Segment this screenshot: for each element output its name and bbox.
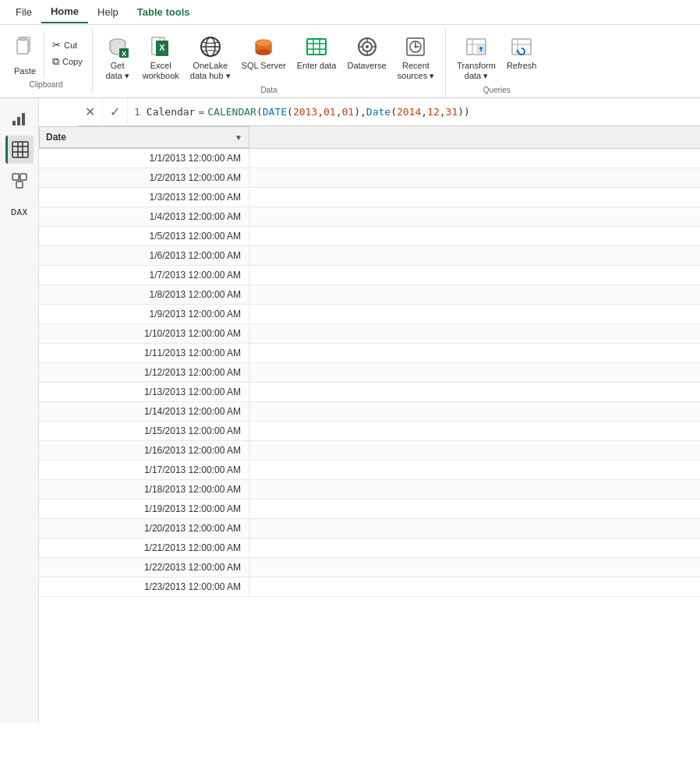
- table-row[interactable]: 1/14/2013 12:00:00 AM: [39, 402, 700, 422]
- paste-label: Paste: [14, 66, 36, 76]
- formula-val1: 2013: [293, 106, 317, 118]
- table-row[interactable]: 1/18/2013 12:00:00 AM: [39, 480, 700, 499]
- date-cell: 1/17/2013 12:00:00 AM: [39, 461, 249, 479]
- date-cell: 1/9/2013 12:00:00 AM: [39, 305, 249, 323]
- formula-date1: DATE: [263, 106, 287, 118]
- formula-val2: 01: [323, 106, 336, 118]
- dax-view-icon[interactable]: DAX: [5, 198, 34, 226]
- table-row[interactable]: 1/10/2013 12:00:00 AM: [39, 324, 700, 344]
- date-cell: 1/7/2013 12:00:00 AM: [39, 266, 249, 284]
- model-view-icon[interactable]: [5, 167, 34, 195]
- svg-point-33: [415, 46, 417, 48]
- table-row[interactable]: 1/3/2013 12:00:00 AM: [39, 188, 700, 207]
- left-sidebar: DAX: [0, 98, 39, 723]
- table-row[interactable]: 1/19/2013 12:00:00 AM: [39, 499, 700, 519]
- formula-confirm-button[interactable]: ✓: [103, 98, 128, 126]
- table-row[interactable]: 1/5/2013 12:00:00 AM: [39, 227, 700, 246]
- svg-rect-17: [307, 39, 326, 55]
- svg-rect-2: [21, 37, 26, 41]
- svg-point-16: [256, 40, 271, 46]
- date-cell: 1/22/2013 12:00:00 AM: [39, 558, 249, 577]
- table-row[interactable]: 1/7/2013 12:00:00 AM: [39, 266, 700, 285]
- enter-data-icon: [304, 34, 329, 59]
- table-row[interactable]: 1/16/2013 12:00:00 AM: [39, 441, 700, 461]
- table-row[interactable]: 1/13/2013 12:00:00 AM: [39, 383, 700, 402]
- table-row[interactable]: 1/15/2013 12:00:00 AM: [39, 422, 700, 441]
- sql-server-label: SQL Server: [242, 61, 286, 71]
- table-row[interactable]: 1/20/2013 12:00:00 AM: [39, 519, 700, 538]
- cut-button[interactable]: ✂ Cut: [49, 37, 86, 52]
- dataverse-icon: [355, 34, 380, 59]
- queries-items: Transformdata ▾ Refresh: [452, 31, 541, 84]
- date-cell: 1/5/2013 12:00:00 AM: [39, 227, 249, 245]
- table-row[interactable]: 1/4/2013 12:00:00 AM: [39, 207, 700, 227]
- table-row[interactable]: 1/17/2013 12:00:00 AM: [39, 461, 700, 480]
- paste-button[interactable]: Paste: [6, 31, 44, 79]
- formula-column-name: Calendar: [147, 106, 196, 118]
- svg-text:X: X: [160, 43, 166, 52]
- formula-cancel-button[interactable]: ✕: [78, 98, 103, 126]
- formula-bar: ✕ ✓ 1 Calendar = CALENDAR(DATE(2013,01,0…: [78, 98, 700, 126]
- svg-rect-54: [16, 182, 23, 188]
- onelake-hub-label: OneLakedata hub ▾: [190, 61, 231, 81]
- date-cell: 1/10/2013 12:00:00 AM: [39, 324, 249, 343]
- sql-server-icon: [251, 34, 276, 59]
- menu-file[interactable]: File: [6, 2, 41, 23]
- copy-label: Copy: [62, 57, 83, 66]
- sql-server-button[interactable]: SQL Server: [237, 31, 291, 74]
- table-row[interactable]: 1/6/2013 12:00:00 AM: [39, 246, 700, 266]
- excel-workbook-button[interactable]: X Excelworkbook: [138, 31, 184, 84]
- formula-date2: Date: [366, 106, 391, 118]
- date-cell: 1/11/2013 12:00:00 AM: [39, 344, 249, 362]
- table-row[interactable]: 1/1/2013 12:00:00 AM: [39, 149, 700, 168]
- svg-rect-47: [12, 142, 28, 157]
- table-row[interactable]: 1/8/2013 12:00:00 AM: [39, 285, 700, 305]
- menu-help[interactable]: Help: [88, 2, 128, 23]
- cut-label: Cut: [64, 41, 77, 50]
- refresh-label: Refresh: [507, 61, 537, 71]
- clipboard-inner: Paste ✂ Cut ⧉ Copy: [6, 31, 86, 79]
- data-items: X Getdata ▾ X Excelwor: [99, 31, 440, 84]
- report-view-icon[interactable]: [5, 104, 34, 132]
- data-table-area: ✕ ✓ 1 Calendar = CALENDAR(DATE(2013,01,0…: [39, 98, 700, 723]
- menu-home[interactable]: Home: [41, 1, 88, 23]
- table-row[interactable]: 1/22/2013 12:00:00 AM: [39, 558, 700, 577]
- get-data-button[interactable]: X Getdata ▾: [99, 31, 136, 84]
- svg-rect-40: [512, 39, 531, 55]
- table-row[interactable]: 1/9/2013 12:00:00 AM: [39, 305, 700, 324]
- recent-sources-button[interactable]: Recentsources ▾: [393, 31, 440, 84]
- date-cell: 1/21/2013 12:00:00 AM: [39, 538, 249, 557]
- svg-rect-45: [17, 117, 20, 125]
- menu-table-tools[interactable]: Table tools: [128, 2, 200, 23]
- date-cell: 1/23/2013 12:00:00 AM: [39, 577, 249, 596]
- refresh-button[interactable]: Refresh: [502, 31, 542, 74]
- table-row[interactable]: 1/11/2013 12:00:00 AM: [39, 344, 700, 363]
- svg-rect-44: [12, 121, 16, 125]
- main-area: DAX ✕ ✓ 1 Calendar = CALENDAR(DATE(2013,…: [0, 98, 700, 723]
- formula-val6: 31: [446, 106, 458, 118]
- get-data-label: Getdata ▾: [105, 61, 129, 81]
- excel-workbook-label: Excelworkbook: [143, 61, 179, 81]
- queries-group-label: Queries: [452, 84, 541, 97]
- date-cell: 1/19/2013 12:00:00 AM: [39, 499, 249, 518]
- clipboard-group-label: Clipboard: [6, 79, 86, 92]
- table-row[interactable]: 1/21/2013 12:00:00 AM: [39, 538, 700, 558]
- formula-equals: =: [198, 106, 204, 118]
- date-column-header[interactable]: Date ▼: [39, 126, 249, 148]
- table-row[interactable]: 1/23/2013 12:00:00 AM: [39, 577, 700, 597]
- table-row[interactable]: 1/2/2013 12:00:00 AM: [39, 168, 700, 188]
- column-dropdown-icon[interactable]: ▼: [235, 133, 242, 142]
- recent-sources-icon: [403, 34, 428, 59]
- copy-button[interactable]: ⧉ Copy: [49, 54, 86, 69]
- table-view-icon[interactable]: [5, 136, 34, 164]
- table-row[interactable]: 1/12/2013 12:00:00 AM: [39, 363, 700, 383]
- transform-data-button[interactable]: Transformdata ▾: [452, 31, 500, 84]
- table-rows-container: 1/1/2013 12:00:00 AM1/2/2013 12:00:00 AM…: [39, 149, 700, 597]
- clipboard-group: Paste ✂ Cut ⧉ Copy Clipboard: [0, 28, 93, 92]
- enter-data-button[interactable]: Enter data: [292, 31, 341, 74]
- formula-val3: 01: [342, 106, 355, 118]
- excel-workbook-icon: X: [148, 34, 173, 59]
- menu-bar: File Home Help Table tools: [0, 0, 700, 25]
- dataverse-button[interactable]: Dataverse: [342, 31, 391, 74]
- onelake-hub-button[interactable]: OneLakedata hub ▾: [186, 31, 235, 84]
